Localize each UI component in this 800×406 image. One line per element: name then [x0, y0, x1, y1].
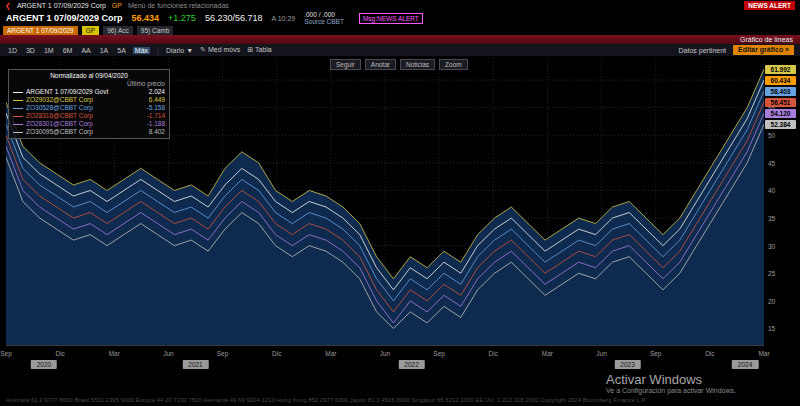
chart-button-anotar[interactable]: Anotar	[365, 59, 396, 70]
related-functions-menu[interactable]: Menú de funciones relacionadas	[128, 2, 229, 9]
range-button-6m[interactable]: 6M	[61, 47, 75, 54]
last-price-axis-badge: 58.403	[765, 87, 796, 96]
legend-row[interactable]: ZO28316@CBBT Corp-1.714	[13, 112, 165, 120]
legend-series-last-price: 8.402	[149, 128, 165, 136]
back-arrow-icon[interactable]: ❮	[5, 2, 11, 10]
legend-series-name: ZO28316@CBBT Corp	[26, 112, 144, 120]
legend-series-name: ZO29032@CBBT Corp	[26, 96, 146, 104]
x-axis-month-label: Sep	[650, 349, 662, 359]
moving-averages-button[interactable]: ✎ Med móvs	[200, 46, 240, 54]
legend-swatch-line	[13, 132, 23, 133]
quote-last-price: 56.434	[132, 13, 160, 23]
legend-series-last-price: -1.188	[147, 120, 165, 128]
message-alert-badge[interactable]: Msg:NEWS ALERT	[359, 13, 423, 24]
legend-series-last-price: 6.449	[149, 96, 165, 104]
command-ticker-box[interactable]: ARGENT 1 07/09/2029	[3, 26, 78, 35]
title-bar: ❮ ARGENT 1 07/09/2029 Corp GP Menú de fu…	[0, 0, 800, 11]
chart-type-label: Gráfico de líneas	[740, 36, 793, 43]
watermark-line1: Activar Windows	[606, 373, 736, 387]
watermark-line2: Ve a Configuración para activar Windows.	[606, 387, 736, 394]
legend-row[interactable]: ZO30095@CBBT Corp8.402	[13, 128, 165, 136]
legend-swatch-line	[13, 92, 23, 93]
period-dropdown[interactable]: Diario ▼	[166, 47, 193, 54]
range-button-5a[interactable]: 5A	[115, 47, 128, 54]
legend-swatch-line	[13, 108, 23, 109]
y-axis-tick-label: 35	[768, 215, 775, 222]
x-axis-month-label: Mar	[758, 349, 769, 359]
legend-series-last-price: 2.024	[149, 88, 165, 96]
chart-button-seguir[interactable]: Seguir	[330, 59, 361, 70]
x-axis-month-label: Sep	[0, 349, 12, 359]
legend-row[interactable]: ZO28301@CBBT Corp-1.188	[13, 120, 165, 128]
x-axis-month-label: Jun	[596, 349, 606, 359]
y-axis-tick-label: 20	[768, 297, 775, 304]
range-button-1a[interactable]: 1A	[98, 47, 111, 54]
chart-button-noticias[interactable]: Noticias	[400, 59, 435, 70]
legend-title: Normalizado al 09/04/2020	[13, 72, 165, 80]
y-axis-tick-label: 30	[768, 242, 775, 249]
x-axis-month-label: Dic	[55, 349, 64, 359]
x-axis-month-label: Sep	[217, 349, 229, 359]
tab-cambiar[interactable]: 95) Camb	[137, 26, 174, 35]
quote-yield-source: .000 / .000 Source CBBT	[304, 11, 344, 25]
x-axis-month-label: Jun	[380, 349, 390, 359]
table-button[interactable]: ⊞ Tabla	[247, 46, 271, 54]
time-axis-months: SepDicMarJunSepDicMarJunSepDicMarJunSepD…	[6, 349, 764, 359]
x-axis-month-label: Mar	[325, 349, 336, 359]
legend-series-name: ZO30095@CBBT Corp	[26, 128, 146, 136]
legend-series-name: ZO30528@CBBT Corp	[26, 104, 144, 112]
range-button-1m[interactable]: 1M	[42, 47, 56, 54]
tab-acciones[interactable]: 96) Acc	[103, 26, 133, 35]
legend-swatch-line	[13, 100, 23, 101]
edit-chart-button[interactable]: Editar gráfico »	[733, 45, 794, 55]
quote-yield: .000 / .000	[304, 11, 344, 18]
legend-swatch-line	[13, 124, 23, 125]
period-label: Diario	[166, 47, 184, 54]
legend-row[interactable]: ARGENT 1 07/09/2029 Govt2.024	[13, 88, 165, 96]
last-price-axis-badge: 56.451	[765, 98, 796, 107]
range-button-3d[interactable]: 3D	[24, 47, 37, 54]
range-button-aa[interactable]: AA	[79, 47, 92, 54]
legend-swatch-line	[13, 116, 23, 117]
x-axis-year-box: 2022	[398, 360, 424, 369]
y-axis-tick-label: 45	[768, 159, 775, 166]
legend-row[interactable]: ZO29032@CBBT Corp6.449	[13, 96, 165, 104]
legend-series-last-price: -1.714	[147, 112, 165, 120]
shortcut-bar: ARGENT 1 07/09/2029 GP 96) Acc 95) Camb	[0, 25, 800, 35]
y-axis-tick-label: 25	[768, 270, 775, 277]
windows-activation-watermark: Activar Windows Ve a Configuración para …	[606, 373, 736, 394]
relevant-data-button[interactable]: Datos pertinent	[679, 47, 726, 54]
bloomberg-legal-footer: Australia 61 2 9777 8600 Brasil 5511 239…	[6, 397, 794, 403]
command-function-box[interactable]: GP	[82, 26, 99, 35]
chevron-down-icon: ▼	[186, 47, 193, 54]
toolbar-divider: |	[157, 47, 159, 54]
x-axis-month-label: Dic	[272, 349, 281, 359]
chart-area: SeguirAnotarNoticiasZoom Normalizado al …	[0, 56, 800, 372]
y-axis-tick-label: 15	[768, 325, 775, 332]
range-button-1d[interactable]: 1D	[6, 47, 19, 54]
range-selector: 1D3D1M6MAA1A5AMáx	[6, 47, 150, 54]
time-axis-years: 20202021202220232024	[6, 360, 764, 370]
titlebar-command: GP	[112, 2, 122, 9]
quote-change: +1.275	[168, 13, 196, 23]
chart-action-buttons: SeguirAnotarNoticiasZoom	[330, 59, 468, 70]
legend-series-last-price: -5.158	[147, 104, 165, 112]
function-title-bar: Gráfico de líneas	[0, 35, 800, 44]
x-axis-month-label: Jun	[163, 349, 173, 359]
x-axis-month-label: Mar	[542, 349, 553, 359]
range-button-máx[interactable]: Máx	[133, 47, 150, 54]
x-axis-month-label: Mar	[109, 349, 120, 359]
bloomberg-terminal-window: ❮ ARGENT 1 07/09/2029 Corp GP Menú de fu…	[0, 0, 800, 406]
toolbar-right-group: Datos pertinent Editar gráfico »	[679, 45, 794, 55]
price-axis: 1520253035404550556060.43461.99258.40356…	[764, 58, 800, 346]
quote-time: A 10:29	[271, 15, 295, 22]
y-axis-tick-label: 50	[768, 132, 775, 139]
y-axis-tick-label: 40	[768, 187, 775, 194]
chart-button-zoom[interactable]: Zoom	[439, 59, 468, 70]
last-price-axis-badge: 61.992	[765, 65, 796, 74]
legend-row[interactable]: ZO30528@CBBT Corp-5.158	[13, 104, 165, 112]
legend-series-name: ZO28301@CBBT Corp	[26, 120, 144, 128]
footer-bar: Activar Windows Ve a Configuración para …	[0, 372, 800, 406]
news-alert-badge[interactable]: NEWS ALERT	[744, 1, 795, 10]
quote-bid-ask: 56.230/56.718	[205, 13, 263, 23]
